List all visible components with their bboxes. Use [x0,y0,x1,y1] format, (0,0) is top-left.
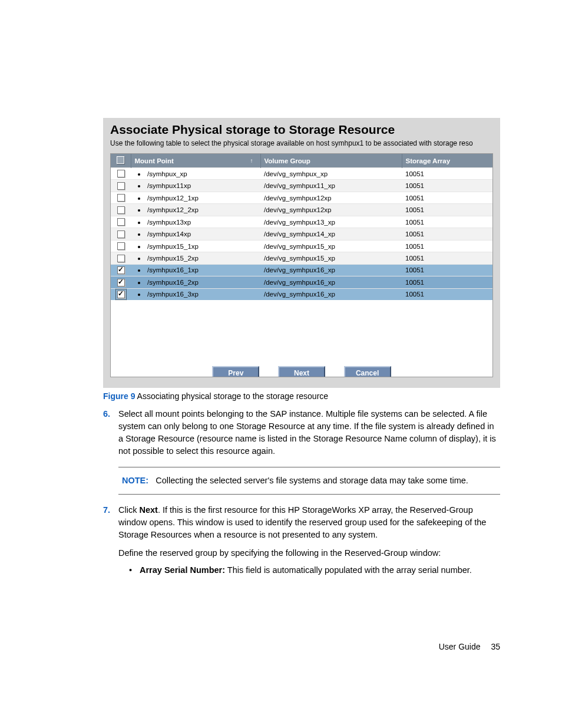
dialog-title: Associate Physical storage to Storage Re… [103,118,500,139]
checkbox-cell[interactable] [111,228,131,240]
storage-array-cell: 10051 [402,192,492,203]
volume-group-cell: /dev/vg_symhpux16_xp [260,264,402,276]
sort-ascending-icon: ↑ [250,157,253,164]
checkbox-cell[interactable] [111,252,131,264]
volume-group-cell: /dev/vg_symhpux16_xp [260,288,402,300]
storage-array-cell: 10051 [402,252,492,264]
storage-array-cell: 10051 [402,168,492,180]
mount-point-cell: /symhpux12_2xp [131,204,260,216]
row-checkbox[interactable] [117,255,125,262]
table-row[interactable]: /symhpux16_3xp/dev/vg_symhpux16_xp10051 [111,288,492,300]
table-row[interactable]: /symhpux_xp/dev/vg_symhpux_xp10051 [111,168,492,180]
bullet-icon [138,294,140,296]
bullet-bold: Array Serial Number: [140,565,225,575]
storage-array-cell: 10051 [402,288,492,300]
header-select-all[interactable] [111,154,131,168]
row-checkbox[interactable] [117,182,125,190]
checkbox-cell[interactable] [111,192,131,203]
checkbox-cell[interactable] [111,240,131,252]
table-row[interactable]: /symhpux14xp/dev/vg_symhpux14_xp10051 [111,228,492,240]
table-row[interactable]: /symhpux15_1xp/dev/vg_symhpux15_xp10051 [111,240,492,252]
button-bar: Prev Next Cancel [111,366,492,377]
mount-point-cell: /symhpux13xp [131,216,260,228]
footer-page-number: 35 [491,642,500,651]
step-7-bold: Next [139,505,157,515]
storage-array-cell: 10051 [402,240,492,252]
storage-table: Mount Point ↑ Volume Group Storage Array… [111,154,492,300]
note-label: NOTE: [122,476,148,485]
step-number: 6. [103,408,110,420]
bullet-icon [138,185,140,187]
mount-point-cell: /symhpux11xp [131,180,260,192]
volume-group-cell: /dev/vg_symhpux11_xp [260,180,402,192]
bullet-icon [138,258,140,260]
checkbox-cell[interactable] [111,276,131,288]
row-checkbox[interactable] [117,279,125,286]
checkbox-cell[interactable] [111,288,131,300]
cancel-button[interactable]: Cancel [344,366,391,377]
storage-array-cell: 10051 [402,276,492,288]
volume-group-cell: /dev/vg_symhpux12xp [260,204,402,216]
select-all-checkbox-icon [117,156,124,164]
next-button[interactable]: Next [278,366,325,377]
volume-group-cell: /dev/vg_symhpux14_xp [260,228,402,240]
step-6: 6. Select all mount points belonging to … [103,408,500,457]
bullet-icon [138,233,140,236]
row-checkbox[interactable] [117,266,125,274]
header-mount-point[interactable]: Mount Point ↑ [131,154,260,168]
volume-group-cell: /dev/vg_symhpux12xp [260,192,402,203]
storage-array-cell: 10051 [402,204,492,216]
storage-array-cell: 10051 [402,228,492,240]
footer-title: User Guide [439,642,481,651]
mount-point-cell: /symhpux14xp [131,228,260,240]
table-row[interactable]: /symhpux16_1xp/dev/vg_symhpux16_xp10051 [111,264,492,276]
checkbox-cell[interactable] [111,180,131,192]
table-row[interactable]: /symhpux13xp/dev/vg_symhpux13_xp10051 [111,216,492,228]
note-text: Collecting the selected server's file sy… [156,476,468,485]
storage-array-cell: 10051 [402,180,492,192]
figure-label: Figure 9 [103,391,135,401]
bullet-rest: This field is automatically populated wi… [225,565,472,575]
storage-table-container: Mount Point ↑ Volume Group Storage Array… [110,153,493,377]
table-row[interactable]: /symhpux15_2xp/dev/vg_symhpux15_xp10051 [111,252,492,264]
header-volume-group[interactable]: Volume Group [260,154,402,168]
row-checkbox[interactable] [117,230,125,238]
bullet-array-serial: Array Serial Number: This field is autom… [129,564,500,577]
step-7-lead: Click [118,505,139,515]
step-6-text: Select all mount points belonging to the… [118,409,496,456]
table-row[interactable]: /symhpux12_1xp/dev/vg_symhpux12xp10051 [111,192,492,203]
mount-point-cell: /symhpux15_2xp [131,252,260,264]
bullet-icon [138,269,140,272]
checkbox-cell[interactable] [111,264,131,276]
table-row[interactable]: /symhpux12_2xp/dev/vg_symhpux12xp10051 [111,204,492,216]
mount-point-cell: /symhpux16_2xp [131,276,260,288]
step-7-define: Define the reserved group by specifying … [118,547,500,559]
header-storage-array[interactable]: Storage Array [402,154,492,168]
row-checkbox[interactable] [117,194,125,202]
volume-group-cell: /dev/vg_symhpux13_xp [260,216,402,228]
storage-array-cell: 10051 [402,264,492,276]
row-checkbox[interactable] [117,170,125,177]
mount-point-cell: /symhpux16_1xp [131,264,260,276]
row-checkbox[interactable] [117,218,125,226]
row-checkbox[interactable] [117,206,125,214]
step-7-rest: . If this is the first resource for this… [118,505,486,539]
note-box: NOTE: Collecting the selected server's f… [118,467,500,495]
checkbox-cell[interactable] [111,216,131,228]
prev-button[interactable]: Prev [212,366,259,377]
table-row[interactable]: /symhpux16_2xp/dev/vg_symhpux16_xp10051 [111,276,492,288]
bullet-icon [138,222,140,224]
step-number: 7. [103,504,110,516]
figure-caption: Figure 9 Associating physical storage to… [103,391,500,401]
mount-point-cell: /symhpux_xp [131,168,260,180]
step-7: 7. Click Next. If this is the first reso… [103,504,500,577]
checkbox-cell[interactable] [111,204,131,216]
bullet-icon [138,173,140,176]
volume-group-cell: /dev/vg_symhpux15_xp [260,240,402,252]
row-checkbox[interactable] [117,242,125,250]
row-checkbox[interactable] [117,291,125,298]
table-row[interactable]: /symhpux11xp/dev/vg_symhpux11_xp10051 [111,180,492,192]
dialog-screenshot: Associate Physical storage to Storage Re… [103,118,500,388]
header-mount-point-label: Mount Point [135,157,174,164]
checkbox-cell[interactable] [111,168,131,180]
